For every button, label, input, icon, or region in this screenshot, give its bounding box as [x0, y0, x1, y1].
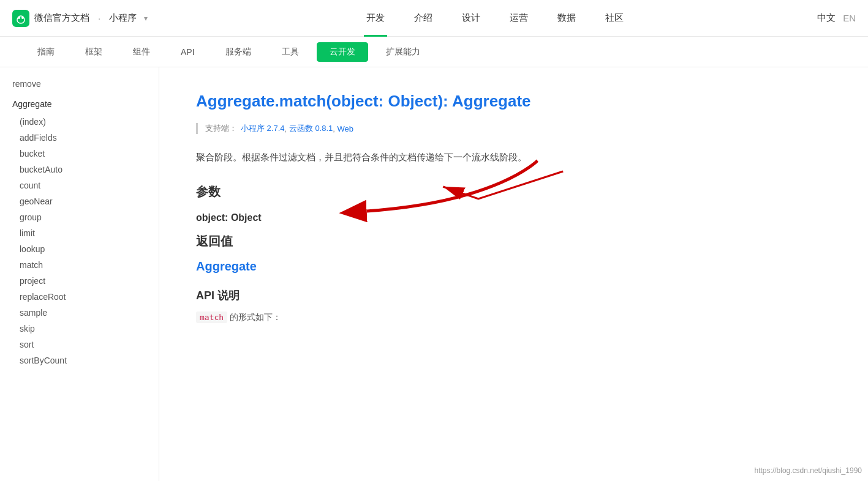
main-nav-items: 开发 介绍 设计 运营 数据 社区: [172, 0, 817, 37]
sidebar-item-skip[interactable]: skip: [0, 321, 159, 337]
nav-item-design[interactable]: 设计: [459, 0, 483, 37]
title-method: match: [279, 92, 326, 110]
content-area: Aggregate.match(object: Object): Aggrega…: [159, 67, 868, 481]
return-value-title: 返回值: [196, 233, 831, 250]
wechat-icon: [12, 10, 29, 27]
subnav-framework[interactable]: 框架: [72, 42, 115, 62]
logo-dropdown-arrow[interactable]: ▾: [144, 14, 148, 23]
sidebar-item-replaceroot[interactable]: replaceRoot: [0, 289, 159, 305]
sidebar-item-group[interactable]: group: [0, 209, 159, 225]
api-code-match: match: [196, 311, 227, 323]
title-params: (object: Object):: [326, 92, 452, 110]
description-text: 聚合阶段。根据条件过滤文档，并且把符合条件的文档传递给下一个流水线阶段。: [196, 149, 831, 165]
main-layout: remove Aggregate (index) addFields bucke…: [0, 67, 868, 481]
title-prefix: Aggregate.: [196, 92, 279, 110]
nav-item-intro[interactable]: 介绍: [412, 0, 435, 37]
sidebar-item-bucketauto[interactable]: bucketAuto: [0, 162, 159, 177]
lang-zh[interactable]: 中文: [817, 12, 836, 24]
subnav-server[interactable]: 服务端: [213, 42, 264, 62]
subnav-extensions[interactable]: 扩展能力: [373, 42, 433, 62]
lang-en[interactable]: EN: [843, 13, 856, 23]
subnav-api[interactable]: API: [168, 43, 208, 61]
support-bar: 支持端： 小程序 2.7.4, 云函数 0.8.1, Web: [196, 123, 353, 134]
api-desc: match 的形式如下：: [196, 310, 831, 325]
sidebar-item-sortbycount[interactable]: sortByCount: [0, 352, 159, 368]
language-switcher: 中文 EN: [817, 12, 856, 24]
support-miniprogram[interactable]: 小程序 2.7.4: [241, 123, 285, 134]
sidebar-section-aggregate[interactable]: Aggregate: [0, 94, 159, 114]
subnav-tools[interactable]: 工具: [269, 42, 312, 62]
logo-section: 小程序: [109, 12, 137, 24]
sidebar: remove Aggregate (index) addFields bucke…: [0, 67, 159, 481]
sidebar-item-match[interactable]: match: [0, 257, 159, 273]
logo-text: 微信官方文档: [34, 12, 89, 24]
support-web[interactable]: Web: [338, 124, 354, 133]
sub-navigation: 指南 框架 组件 API 服务端 工具 云开发 扩展能力: [0, 37, 868, 67]
sidebar-item-bucket[interactable]: bucket: [0, 146, 159, 162]
return-type-value: Aggregate: [196, 259, 831, 274]
params-section-title: 参数: [196, 184, 831, 200]
param-object: object: Object: [196, 212, 831, 223]
sidebar-item-index[interactable]: (index): [0, 114, 159, 130]
nav-item-develop[interactable]: 开发: [364, 0, 387, 37]
sidebar-item-project[interactable]: project: [0, 273, 159, 289]
sidebar-item-addfields[interactable]: addFields: [0, 130, 159, 146]
sidebar-item-geonear[interactable]: geoNear: [0, 193, 159, 209]
nav-item-operations[interactable]: 运营: [507, 0, 530, 37]
sidebar-item-sample[interactable]: sample: [0, 305, 159, 321]
page-title: Aggregate.match(object: Object): Aggrega…: [196, 92, 831, 111]
sidebar-item-lookup[interactable]: lookup: [0, 241, 159, 257]
support-label: 支持端：: [205, 123, 237, 134]
sidebar-item-remove[interactable]: remove: [0, 73, 159, 94]
subnav-guide[interactable]: 指南: [25, 42, 67, 62]
support-cloudfunc[interactable]: 云函数 0.8.1: [289, 123, 333, 134]
sidebar-item-count[interactable]: count: [0, 177, 159, 193]
watermark: https://blog.csdn.net/qiushi_1990: [755, 466, 862, 475]
nav-item-community[interactable]: 社区: [603, 0, 626, 37]
subnav-cloud[interactable]: 云开发: [317, 42, 368, 62]
sidebar-item-sort[interactable]: sort: [0, 337, 159, 352]
logo-area[interactable]: 微信官方文档 · 小程序 ▾: [12, 10, 148, 27]
logo-separator: ·: [98, 13, 100, 23]
sidebar-item-limit[interactable]: limit: [0, 225, 159, 241]
api-desc-suffix: 的形式如下：: [230, 312, 281, 322]
nav-item-data[interactable]: 数据: [555, 0, 578, 37]
title-return: Aggregate: [452, 92, 531, 110]
top-navigation: 微信官方文档 · 小程序 ▾ 开发 介绍 设计 运营 数据 社区 中文 EN: [0, 0, 868, 37]
content-wrapper: Aggregate.match(object: Object): Aggrega…: [196, 92, 831, 325]
api-explain-title: API 说明: [196, 288, 831, 303]
subnav-components[interactable]: 组件: [120, 42, 163, 62]
